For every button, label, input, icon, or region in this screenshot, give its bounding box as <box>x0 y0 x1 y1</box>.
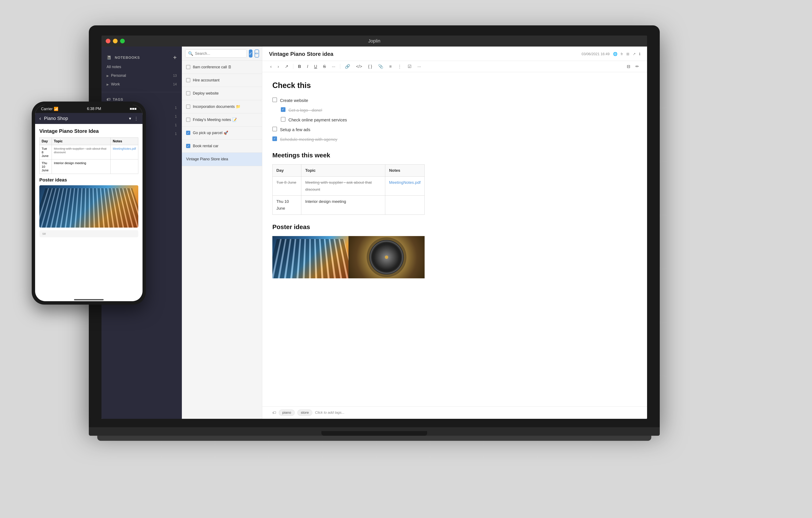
phone-device: Carrier 📶 6:38 PM ■■■ ‹ Piano Shop ▾ ⋮ V… <box>32 102 146 305</box>
unordered-list-icon[interactable]: ≡ <box>388 63 393 70</box>
tag-icon: 🏷 <box>272 410 276 415</box>
check-item-create-website[interactable]: Create website <box>272 97 637 104</box>
italic-icon[interactable]: I <box>306 63 310 70</box>
note-list-toolbar: 🔍 ✓ ✏ <box>182 47 262 61</box>
note-item-parcel[interactable]: ✓ Go pick up parcel 🚀 <box>182 126 262 140</box>
sidebar-item-all-notes[interactable]: All notes <box>102 63 182 71</box>
tag-icon: 🏷 <box>107 97 111 102</box>
check-item-meeting[interactable]: ✓ Schedule meeting with agency <box>272 136 637 143</box>
editor-tags-bar: 🏷 piano store Click to add tags... <box>262 406 647 419</box>
check-item-payment[interactable]: Check online payment services <box>272 116 637 123</box>
ordered-list-icon[interactable]: ⋮ <box>396 63 403 70</box>
code-icon[interactable]: </> <box>355 63 364 70</box>
phone-meeting-notes-link[interactable]: MeetingNotes.pdf <box>113 147 136 150</box>
check-box-done[interactable]: ✓ <box>272 137 277 141</box>
add-tag-button[interactable]: Click to add tags... <box>315 410 345 415</box>
tags-label: TAGS <box>113 97 123 102</box>
phone-table-day: Thu10June <box>39 160 52 174</box>
toolbar-separator <box>340 64 340 69</box>
search-input[interactable] <box>195 51 244 56</box>
inline-code-icon[interactable]: { } <box>367 63 373 70</box>
search-box[interactable]: 🔍 <box>185 50 247 58</box>
phone-table-row: Tue 8June Meeting with supplier - ask ab… <box>39 145 138 160</box>
note-checkbox[interactable] <box>186 91 190 95</box>
check-box-done[interactable]: ✓ <box>281 107 286 112</box>
note-item-piano[interactable]: Vintage Piano Store idea <box>182 153 262 166</box>
add-notebook-button[interactable]: + <box>173 54 177 61</box>
checklist-icon[interactable]: ☑ <box>406 63 413 70</box>
tag-chip-piano[interactable]: piano <box>279 409 295 416</box>
edit-toggle[interactable]: ✏ <box>634 63 640 70</box>
check-item-label: Get a logo - done! <box>288 107 322 114</box>
note-item-incorporation[interactable]: Incorporation documents 📁 <box>182 100 262 113</box>
attachment-icon[interactable]: 📎 <box>377 63 385 70</box>
note-item-accountant[interactable]: Hire accountant <box>182 74 262 87</box>
table-header-day: Day <box>272 165 301 177</box>
note-checkbox[interactable] <box>186 118 190 122</box>
note-item-website[interactable]: Deploy website <box>182 87 262 100</box>
close-button[interactable] <box>106 39 110 44</box>
phone-search-bar[interactable]: se <box>39 230 138 237</box>
phone-table-topic: Meeting with supplier - ask about that d… <box>52 145 111 160</box>
content-heading-2: Meetings this week <box>272 150 637 161</box>
phone-status-bar: Carrier 📶 6:38 PM ■■■ <box>35 105 143 113</box>
table-cell-notes <box>385 196 425 215</box>
note-checkbox-done[interactable]: ✓ <box>186 131 190 135</box>
notebooks-icon: 📓 <box>107 55 111 60</box>
carrier-label: Carrier 📶 <box>41 107 58 111</box>
note-item-rental[interactable]: ✓ Book rental car <box>182 140 262 153</box>
note-item-conference[interactable]: 8am conference call 🗓 <box>182 61 262 74</box>
sidebar-item-work[interactable]: ▶ Work 14 <box>102 80 182 89</box>
tag-chip-store[interactable]: store <box>297 409 313 416</box>
info-icon: ℹ <box>639 52 640 56</box>
back-icon[interactable]: ‹ <box>269 63 273 70</box>
todo-filter-button[interactable]: ✓ <box>249 50 253 58</box>
check-item-logo[interactable]: ✓ Get a logo - done! <box>272 107 637 114</box>
time-label: 6:38 PM <box>87 107 101 111</box>
note-item-title: Vintage Piano Store idea <box>186 156 228 162</box>
check-item-label: Setup a few ads <box>280 126 310 133</box>
toolbar-separator <box>293 64 293 69</box>
search-icon: 🔍 <box>188 51 193 56</box>
link-icon[interactable]: 🔗 <box>344 63 351 70</box>
editor-meta: 03/06/2021 16:49 🌐 fr ⊞ ↗ ℹ <box>581 52 640 56</box>
note-checkbox[interactable] <box>186 105 190 109</box>
poster-images <box>272 236 425 278</box>
note-checkbox[interactable] <box>186 65 190 69</box>
check-box[interactable] <box>272 97 277 102</box>
external-edit-icon[interactable]: ↗ <box>284 63 290 70</box>
maximize-button[interactable] <box>120 39 125 44</box>
phone-back-button[interactable]: ‹ <box>39 115 41 121</box>
forward-icon[interactable]: › <box>277 63 281 70</box>
editor-date: 03/06/2021 16:49 <box>581 52 609 56</box>
sidebar-item-label: Personal <box>111 74 126 78</box>
tag-badge: 1 <box>175 106 177 110</box>
check-box[interactable] <box>272 127 277 131</box>
new-note-button[interactable]: ✏ <box>255 50 259 58</box>
note-checkbox[interactable] <box>186 78 190 82</box>
bold-icon[interactable]: B <box>297 63 302 70</box>
minimize-button[interactable] <box>113 39 118 44</box>
note-checkbox-done[interactable]: ✓ <box>186 144 190 148</box>
check-item-label: Create website <box>280 97 308 104</box>
sidebar-item-personal[interactable]: ▶ Personal 13 <box>102 71 182 80</box>
laptop-title-bar: Joplin <box>102 35 647 47</box>
preview-toggle[interactable]: ⊟ <box>626 63 632 70</box>
sidebar-item-label: Work <box>111 82 120 87</box>
content-heading-1: Check this <box>272 79 637 92</box>
note-item-title: Friday's Meeting notes 📝 <box>193 117 237 122</box>
phone-home-indicator[interactable] <box>74 299 104 300</box>
more-format-icon[interactable]: ··· <box>330 63 337 70</box>
underline-icon[interactable]: U <box>313 63 318 70</box>
phone-content: Vintage Piano Store Idea Day Topic Notes… <box>35 124 143 297</box>
note-item-meeting-notes[interactable]: Friday's Meeting notes 📝 <box>182 113 262 126</box>
phone-more-icon[interactable]: ⋮ <box>134 116 138 121</box>
editor-header: Vintage Piano Store idea 03/06/2021 16:4… <box>262 47 647 61</box>
phone-filter-icon[interactable]: ▾ <box>129 116 131 121</box>
strikethrough-icon[interactable]: S <box>322 63 327 70</box>
check-item-ads[interactable]: Setup a few ads <box>272 126 637 133</box>
check-box[interactable] <box>281 117 286 122</box>
phone-search-area: se <box>39 230 138 237</box>
meeting-notes-link[interactable]: MeetingNotes.pdf <box>389 180 420 185</box>
more-icon[interactable]: ··· <box>416 63 422 70</box>
